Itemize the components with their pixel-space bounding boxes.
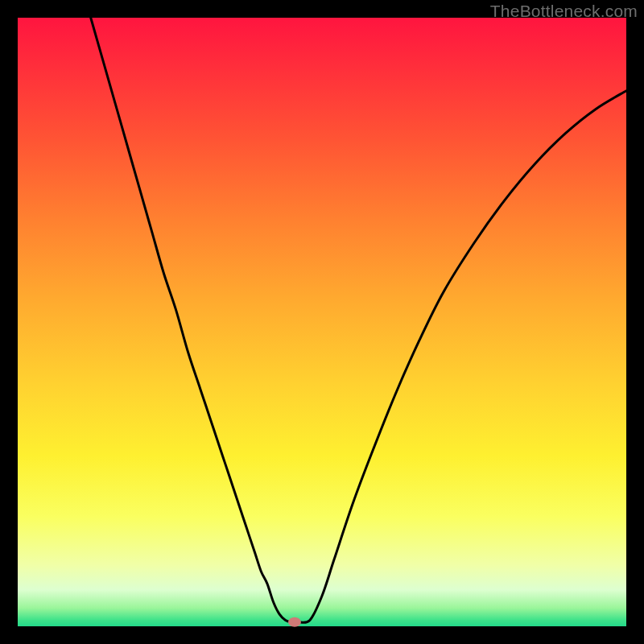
chart-frame: TheBottleneck.com	[0, 0, 644, 644]
bottleneck-curve	[91, 18, 626, 622]
plot-area	[18, 18, 626, 626]
optimum-marker	[288, 617, 301, 627]
chart-svg	[18, 18, 626, 626]
